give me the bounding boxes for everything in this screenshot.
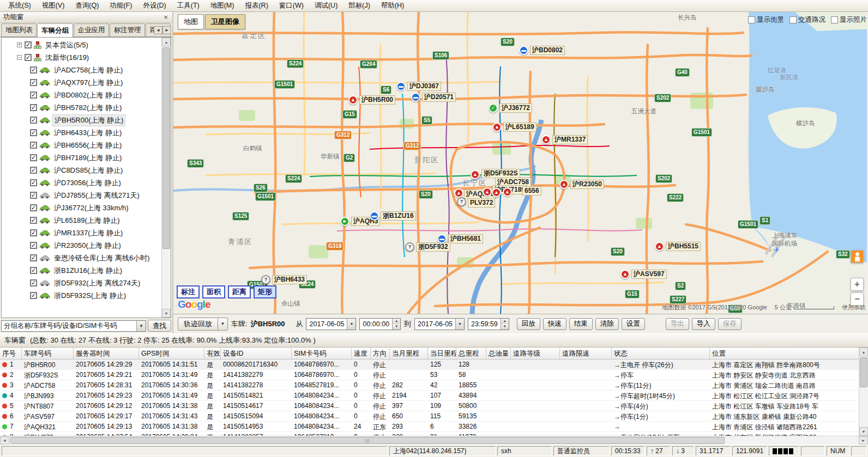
vehicle-marker[interactable]: ▲ [559, 180, 569, 189]
column-header-车牌号码[interactable]: 车牌号码 [22, 348, 74, 359]
vehicle-marker-label[interactable]: 沪BH5681 [448, 234, 483, 243]
pegman-icon[interactable] [851, 250, 864, 263]
close-icon[interactable]: × [161, 14, 170, 21]
checkbox-icon[interactable]: ✓ [30, 79, 37, 86]
checkbox-icon[interactable]: ✓ [30, 104, 37, 111]
column-header-SIM卡号码[interactable]: SIM卡号码 [292, 348, 352, 359]
map-tool-矩形[interactable]: 矩形 [254, 285, 276, 298]
checkbox-icon[interactable]: ✓ [30, 279, 37, 287]
tree-vehicle[interactable]: ✓沪BH6433(上海 静止) [2, 126, 161, 139]
tree-group[interactable]: +✓昊本货运(5/5) [2, 39, 161, 51]
vehicle-marker[interactable]: ▲ [492, 188, 501, 197]
search-button[interactable]: 查找 [148, 320, 171, 332]
vehicle-marker-label[interactable]: 沪MR1337 [552, 135, 588, 144]
tree-vehicle[interactable]: ✓沪ADC758(上海 静止) [2, 64, 161, 76]
vehicle-marker[interactable]: ► [340, 217, 349, 226]
checkbox-icon[interactable]: ✓ [30, 204, 37, 211]
menu-item[interactable]: 帮助(H) [376, 0, 409, 11]
vehicle-marker-label[interactable]: 浙D5F932 [416, 242, 450, 252]
tree-vehicle[interactable]: ✓沪MR1337(上海 静止) [2, 227, 161, 239]
menu-item[interactable]: 查询(Q) [70, 0, 104, 11]
map-area[interactable]: G1501S224G204S6G15S5G312G312G2S20S106S34… [173, 12, 868, 314]
search-input[interactable]: 分组名称/车牌号码/设备ID/SIM卡号码 [2, 321, 136, 331]
vehicle-marker[interactable]: ▲ [541, 135, 551, 144]
column-header-道路等级[interactable]: 道路等级 [511, 348, 560, 359]
checkbox-icon[interactable]: ✓ [30, 292, 37, 299]
menu-item[interactable]: 功能(F) [105, 0, 137, 11]
vehicle-marker[interactable]: ▲ [655, 242, 664, 251]
checkbox-icon[interactable] [831, 16, 838, 23]
table-row[interactable]: 5沪NT880720170605 14:29:1220170605 14:31:… [0, 401, 859, 411]
checkbox-icon[interactable]: ✓ [30, 167, 37, 174]
vehicle-marker[interactable]: ▲ [348, 95, 358, 105]
column-header-当月里程[interactable]: 当月里程 [390, 348, 428, 359]
tree-vehicle[interactable]: ✓沪BH5R00(上海 静止) [2, 114, 161, 126]
zoom-out-button[interactable]: − [851, 293, 864, 306]
vehicle-marker[interactable]: ▲ [492, 123, 502, 132]
vehicle-marker-label[interactable]: 沪BD0802 [530, 46, 565, 55]
time-to-spinner[interactable]: 23:59:59 ▲▼ [468, 318, 509, 330]
tree-vehicle[interactable]: ✓沪AQX797(上海 静止) [2, 76, 161, 89]
vehicle-marker-label[interactable]: 浙D5F932S [481, 169, 520, 178]
map-checkbox-交通路况[interactable]: 交通路况 [789, 15, 825, 25]
vehicle-marker-label[interactable]: 沪ASV597 [631, 270, 667, 279]
zoom-in-button[interactable]: + [851, 278, 864, 291]
column-header-设备ID[interactable]: 设备ID [221, 348, 292, 359]
playback-button-结束[interactable]: 结束 [569, 318, 593, 330]
table-row[interactable]: 3沪ADC75820170605 14:28:3120170605 14:30:… [0, 380, 859, 391]
tree-vehicle[interactable]: ✓沪BH5782(上海 静止) [2, 101, 161, 114]
vehicle-marker[interactable]: ▬ [411, 93, 420, 102]
table-row[interactable]: 4沪BJN99320170605 14:29:2320170605 14:31:… [0, 391, 859, 401]
table-row[interactable]: 8皖BLV37220170605 14:27:5420170605 14:30:… [0, 432, 859, 436]
tree-vehicle[interactable]: ✓沪C8DS85(上海 静止) [2, 164, 161, 176]
column-header-速度[interactable]: 速度 [352, 348, 371, 359]
vehicle-marker-label[interactable]: 沪R23050 [570, 180, 604, 189]
expander-icon[interactable]: + [17, 42, 22, 47]
column-header-GPS时间[interactable]: GPS时间 [139, 348, 204, 359]
tree-scrollbar[interactable]: ▲ ▼ [161, 38, 171, 318]
checkbox-icon[interactable]: ✓ [30, 129, 37, 136]
tree-vehicle[interactable]: ✓沪L65189(上海 静止) [2, 214, 161, 227]
checkbox-icon[interactable]: ✓ [30, 242, 37, 249]
map-checkbox-显示街景[interactable]: 显示街景 [748, 15, 784, 25]
tree-vehicle[interactable]: ✓沪BH6556(上海 静止) [2, 139, 161, 151]
checkbox-icon[interactable]: ✓ [30, 192, 37, 199]
vehicle-marker-label[interactable]: 沪BH5R00 [359, 95, 395, 105]
column-header-服务器时间[interactable]: 服务器时间 [74, 348, 139, 359]
checkbox-icon[interactable]: ✓ [30, 92, 37, 99]
map-tool-面积[interactable]: 面积 [202, 285, 225, 298]
menu-item[interactable]: 工具(T) [172, 0, 204, 11]
column-header-序号[interactable]: 序号 [0, 348, 22, 359]
menu-item[interactable]: 地图(M) [206, 0, 239, 11]
tab-车辆分组[interactable]: 车辆分组 [37, 23, 73, 37]
table-row[interactable]: 2浙D5F932S20170605 14:29:2120170605 14:31… [0, 370, 859, 380]
column-header-总油量[interactable]: 总油量 [486, 348, 511, 359]
date-to-picker[interactable]: 2017-06-05 ▼ [414, 318, 465, 330]
vehicle-marker-label[interactable]: 浙B1ZU16 [381, 211, 416, 221]
search-combo[interactable]: 分组名称/车牌号码/设备ID/SIM卡号码 ▼ [1, 320, 146, 332]
vehicle-marker-label[interactable]: 沪L65189 [503, 123, 537, 132]
vehicle-marker[interactable]: ? [405, 242, 414, 252]
scroll-up-icon[interactable]: ▲ [162, 38, 171, 46]
column-header-状态[interactable]: 状态 [612, 348, 710, 359]
tab-scroll-right-icon[interactable]: ► [162, 26, 171, 34]
scroll-down-icon[interactable]: ▼ [859, 427, 868, 436]
tab-标注管理[interactable]: 标注管理 [110, 23, 145, 36]
vehicle-marker[interactable]: ▲ [503, 187, 512, 197]
column-header-当日里程[interactable]: 当日里程 [428, 348, 456, 359]
scroll-right-icon[interactable]: ► [859, 436, 868, 444]
tree-scroll-thumb[interactable] [162, 47, 170, 249]
table-row[interactable]: 1沪BH5R0020170605 14:29:2920170605 14:31:… [0, 359, 859, 370]
column-header-道路限速[interactable]: 道路限速 [560, 348, 612, 359]
time-from-spinner[interactable]: 00:00:00 ▲▼ [359, 318, 401, 330]
menu-item[interactable]: 调试(U) [310, 0, 342, 11]
checkbox-icon[interactable]: ✓ [30, 117, 37, 124]
map-tab-地图[interactable]: 地图 [178, 14, 204, 29]
vehicle-marker[interactable]: ▲ [483, 187, 492, 197]
tree-group[interactable]: −✓沈新华(16/19) [2, 51, 161, 64]
vehicle-marker[interactable]: ▬ [396, 82, 406, 91]
map-tool-距离[interactable]: 距离 [228, 285, 251, 298]
checkbox-icon[interactable] [789, 16, 797, 23]
table-scroll-thumb[interactable] [860, 357, 867, 387]
tree-vehicle[interactable]: ✓浙B1ZU16(上海 静止) [2, 264, 161, 277]
